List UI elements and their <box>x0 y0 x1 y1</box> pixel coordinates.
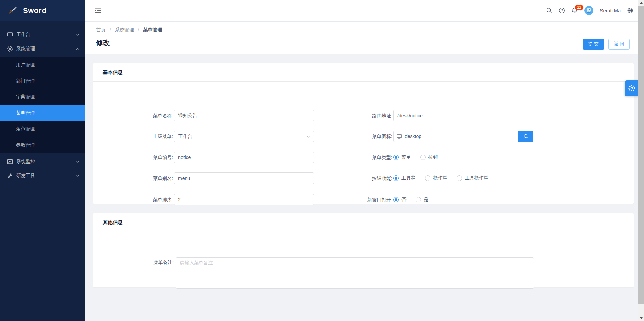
radio-checked-icon <box>393 197 399 202</box>
collapse-menu-icon[interactable] <box>94 7 102 13</box>
sidebar-item-dev-tools[interactable]: 研发工具 <box>0 168 85 183</box>
submit-button[interactable]: 提 交 <box>583 39 604 50</box>
sidebar-item-dict-mgmt[interactable]: 字典管理 <box>0 89 85 105</box>
radio-new-window-yes[interactable]: 是 <box>416 197 428 203</box>
wrench-icon <box>7 173 13 179</box>
breadcrumb: 首页 / 系统管理 / 菜单管理 <box>96 27 162 33</box>
chevron-down-icon <box>76 175 79 177</box>
sidebar-item-dept-mgmt[interactable]: 部门管理 <box>0 73 85 89</box>
menu-remark-textarea[interactable] <box>176 257 534 289</box>
button-func-radio-group: 工具栏 操作栏 工具操作栏 <box>393 172 533 184</box>
gear-icon <box>628 85 635 92</box>
top-bar: 11 Serati Ma <box>85 0 638 21</box>
icon-search-button[interactable] <box>518 131 533 142</box>
radio-unchecked-icon <box>420 155 426 160</box>
breadcrumb-current: 菜单管理 <box>143 27 162 32</box>
vertical-scrollbar <box>638 0 644 321</box>
sidebar-item-menu-mgmt[interactable]: 菜单管理 <box>0 105 85 121</box>
breadcrumb-system-mgmt[interactable]: 系统管理 <box>115 27 134 32</box>
chevron-up-icon <box>76 48 79 50</box>
chevron-down-icon <box>76 161 79 163</box>
menu-sort-input[interactable] <box>174 194 314 205</box>
page-head: 首页 / 系统管理 / 菜单管理 修改 提 交 返 回 <box>85 22 638 54</box>
theme-settings-button[interactable] <box>625 80 638 96</box>
topbar-actions: 11 Serati Ma <box>546 0 634 21</box>
menu-name-label: 菜单名称: <box>93 110 173 121</box>
chevron-down-icon <box>76 34 79 36</box>
sidebar-submenu: 用户管理 部门管理 字典管理 菜单管理 角色管理 参数管理 <box>0 57 85 153</box>
resize-handle[interactable] <box>529 284 533 288</box>
menu-code-label: 菜单编号: <box>93 152 173 163</box>
radio-unchecked-icon <box>425 175 430 181</box>
menu-icon-input[interactable] <box>393 131 518 142</box>
sidebar-item-user-mgmt[interactable]: 用户管理 <box>0 57 85 73</box>
sidebar-item-label: 系统监控 <box>16 159 35 165</box>
sidebar-item-label: 系统管理 <box>16 46 35 52</box>
radio-unchecked-icon <box>457 175 462 181</box>
gear-icon <box>7 46 13 52</box>
search-icon <box>523 134 529 139</box>
scroll-down-arrow[interactable] <box>638 315 644 321</box>
sidebar-item-param-mgmt[interactable]: 参数管理 <box>0 137 85 153</box>
menu-type-radio-group: 菜单 按钮 <box>393 152 533 163</box>
sword-icon <box>7 6 18 16</box>
menu-name-input[interactable] <box>174 110 314 121</box>
radio-unchecked-icon <box>416 197 421 202</box>
sidebar-item-system-monitor[interactable]: 系统监控 <box>0 154 85 169</box>
desktop-icon <box>397 134 402 139</box>
search-icon[interactable] <box>546 7 552 14</box>
other-info-title: 其他信息 <box>93 213 634 231</box>
sidebar: Sword 工作台 系统管理 用户管理 部门管理 字典管理 菜单管理 角色管理 … <box>0 0 85 321</box>
app-title: Sword <box>23 6 47 15</box>
breadcrumb-separator: / <box>110 27 111 32</box>
notification-bell-icon[interactable]: 11 <box>571 7 578 14</box>
radio-checked-icon <box>393 155 399 160</box>
basic-info-title: 基本信息 <box>93 63 634 82</box>
desktop-icon <box>7 32 13 38</box>
menu-alias-input[interactable] <box>174 172 314 184</box>
avatar[interactable] <box>584 6 593 15</box>
sidebar-item-label: 研发工具 <box>16 173 35 179</box>
sidebar-item-role-mgmt[interactable]: 角色管理 <box>0 121 85 137</box>
menu-code-input[interactable] <box>174 152 314 163</box>
new-window-radio-group: 否 是 <box>393 194 533 205</box>
radio-new-window-no[interactable]: 否 <box>393 197 406 203</box>
parent-menu-value: 工作台 <box>178 134 192 139</box>
radio-checked-icon <box>393 175 399 181</box>
menu-sort-label: 菜单排序: <box>93 194 173 205</box>
breadcrumb-separator: / <box>138 27 139 32</box>
radio-button-func-toolbar[interactable]: 工具栏 <box>393 175 416 181</box>
parent-menu-label: 上级菜单: <box>93 131 173 142</box>
notification-badge: 11 <box>575 4 584 11</box>
back-button[interactable]: 返 回 <box>608 39 630 50</box>
radio-button-func-actionbar[interactable]: 操作栏 <box>425 175 447 181</box>
monitor-chart-icon <box>7 159 13 165</box>
radio-button-func-both[interactable]: 工具操作栏 <box>457 175 488 181</box>
sidebar-item-system-mgmt[interactable]: 系统管理 <box>0 41 85 56</box>
menu-alias-label: 菜单别名: <box>93 172 173 184</box>
route-path-label: 路由地址: <box>309 110 392 121</box>
user-name[interactable]: Serati Ma <box>600 8 621 13</box>
radio-menu-type-menu[interactable]: 菜单 <box>393 154 411 160</box>
sidebar-item-label: 工作台 <box>16 32 30 38</box>
menu-icon-label: 菜单图标: <box>309 131 392 142</box>
help-icon[interactable] <box>559 7 565 14</box>
basic-info-card: 基本信息 菜单名称: 路由地址: 上级菜单: 工作台 <box>93 63 634 204</box>
other-info-card: 其他信息 菜单备注: <box>93 213 634 287</box>
breadcrumb-home[interactable]: 首页 <box>96 27 106 32</box>
new-window-label: 新窗口打开: <box>309 194 392 205</box>
head-buttons: 提 交 返 回 <box>583 39 630 50</box>
radio-menu-type-button[interactable]: 按钮 <box>420 154 438 160</box>
menu-remark-label: 菜单备注: <box>93 257 174 267</box>
sidebar-item-workbench[interactable]: 工作台 <box>0 27 85 42</box>
scroll-up-arrow[interactable] <box>638 0 644 6</box>
page-title: 修改 <box>96 38 110 47</box>
language-globe-icon[interactable] <box>627 7 634 14</box>
button-func-label: 按钮功能: <box>309 172 392 184</box>
parent-menu-select[interactable]: 工作台 <box>174 131 314 142</box>
menu-type-label: 菜单类型: <box>309 152 392 163</box>
scrollbar-thumb[interactable] <box>638 6 644 304</box>
route-path-input[interactable] <box>393 110 533 121</box>
app-logo[interactable]: Sword <box>0 0 85 21</box>
